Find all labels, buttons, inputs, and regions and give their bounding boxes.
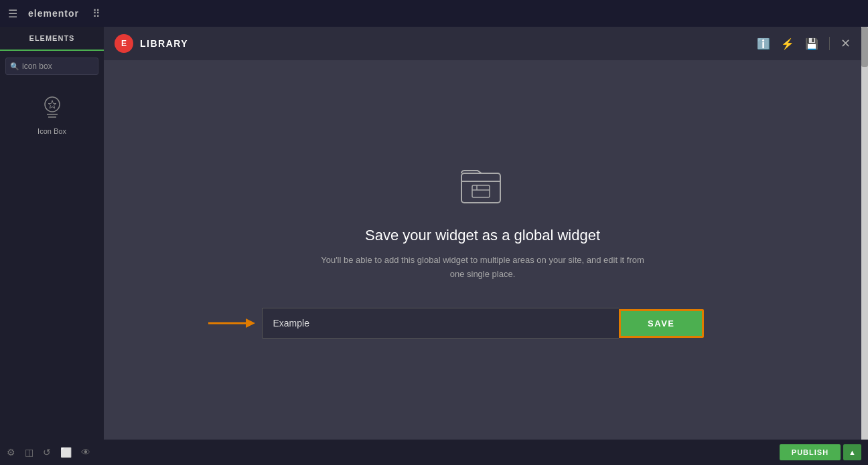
close-icon[interactable]: ✕ xyxy=(841,36,851,51)
modal-arrow xyxy=(208,315,255,331)
modal-widget-icon xyxy=(456,161,510,211)
modal-input-row: SAVE xyxy=(262,308,704,339)
settings-icon[interactable]: ⚙ xyxy=(7,447,15,458)
hamburger-icon[interactable]: ☰ xyxy=(8,7,17,20)
modal-logo-text: E xyxy=(121,39,127,48)
responsive-icon[interactable]: ⬜ xyxy=(60,447,72,458)
search-icon: 🔍 xyxy=(10,62,19,71)
bottom-bar-left: ⚙ ◫ ↺ ⬜ 👁 xyxy=(7,447,90,458)
layers-icon[interactable]: ◫ xyxy=(25,447,33,458)
sidebar-search-area: 🔍 xyxy=(0,51,104,82)
sidebar-header-label: ELEMENTS xyxy=(29,34,75,42)
modal-header-actions: ℹ️ ⚡ 💾 ✕ xyxy=(757,36,851,51)
modal-title: LIBRARY xyxy=(140,38,188,49)
header-divider xyxy=(829,37,830,50)
sidebar: ELEMENTS 🔍 Icon Box xyxy=(0,27,104,440)
modal-body: Save your widget as a global widget You'… xyxy=(104,60,861,440)
svg-marker-9 xyxy=(246,318,255,328)
save-button[interactable]: SAVE xyxy=(619,309,703,338)
save-template-icon[interactable]: 💾 xyxy=(805,37,818,50)
svg-point-0 xyxy=(45,97,60,112)
bottom-bar-right: PUBLISH ▲ xyxy=(780,444,861,460)
svg-rect-4 xyxy=(461,173,500,203)
publish-arrow-button[interactable]: ▲ xyxy=(843,444,861,460)
main-area: ELEMENTS 🔍 Icon Box xyxy=(0,27,868,440)
content-area: Contact Us 0 umn ibus leo. E xyxy=(104,27,868,440)
scrollbar-thumb[interactable] xyxy=(861,27,868,67)
scrollbar[interactable] xyxy=(861,27,868,440)
library-modal: E LIBRARY ℹ️ ⚡ 💾 ✕ xyxy=(104,27,861,440)
preview-icon[interactable]: 👁 xyxy=(81,447,90,458)
bottom-bar: ⚙ ◫ ↺ ⬜ 👁 PUBLISH ▲ xyxy=(0,440,868,465)
modal-description: You'll be able to add this global widget… xyxy=(315,254,650,282)
icon-box-widget-label: Icon Box xyxy=(38,127,66,135)
svg-marker-1 xyxy=(48,100,56,108)
grid-icon[interactable]: ⠿ xyxy=(92,7,100,20)
icon-box-widget-icon xyxy=(38,94,67,123)
app-logo: elementor xyxy=(28,8,79,19)
history-icon[interactable]: ↺ xyxy=(43,447,51,458)
search-wrapper: 🔍 xyxy=(5,58,98,75)
modal-header: E LIBRARY ℹ️ ⚡ 💾 ✕ xyxy=(104,27,861,60)
info-icon[interactable]: ℹ️ xyxy=(757,37,770,50)
modal-heading: Save your widget as a global widget xyxy=(365,227,600,244)
top-bar: ☰ elementor ⠿ xyxy=(0,0,868,27)
widget-name-input[interactable] xyxy=(262,308,620,339)
publish-button[interactable]: PUBLISH xyxy=(780,444,841,460)
modal-logo: E xyxy=(115,34,133,53)
icon-box-widget[interactable]: Icon Box xyxy=(0,82,104,142)
sidebar-header: ELEMENTS xyxy=(0,27,104,51)
svg-rect-5 xyxy=(472,185,490,197)
lightning-icon[interactable]: ⚡ xyxy=(781,37,794,50)
